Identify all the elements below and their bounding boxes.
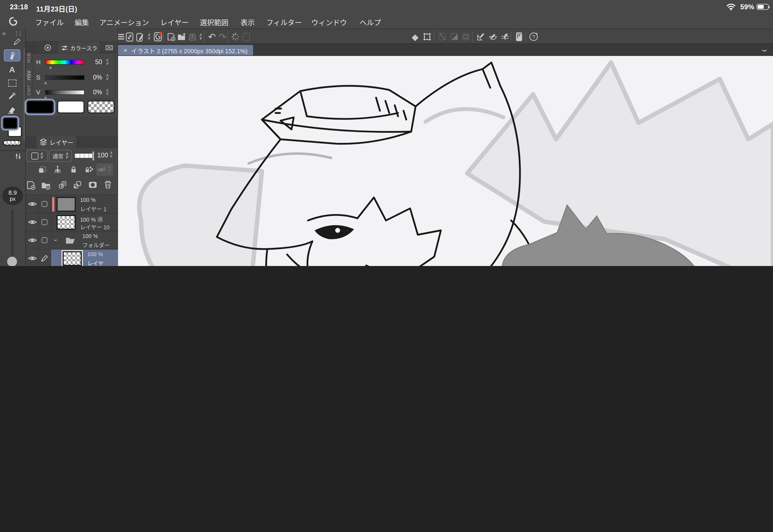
- layer-thumbnail-selector[interactable]: ∧∨: [26, 150, 48, 162]
- tool-eraser[interactable]: [4, 104, 20, 116]
- tab-layer[interactable]: レイヤー: [37, 136, 76, 148]
- value-stepper[interactable]: ∧∨: [105, 89, 109, 95]
- menu-file[interactable]: ファイル: [35, 17, 64, 27]
- new-folder-icon[interactable]: [41, 180, 50, 190]
- toolbar-divider: [227, 31, 228, 42]
- main-color-well[interactable]: [26, 100, 54, 114]
- rail-scrollbar[interactable]: [24, 48, 25, 142]
- snap-special-ruler-icon[interactable]: [487, 31, 498, 43]
- clip-studio-logo-icon[interactable]: [8, 16, 18, 26]
- enable-mask-well[interactable]: ✕ ∧∨: [96, 163, 113, 176]
- convert-selection-icon[interactable]: [436, 31, 447, 43]
- mode-tab-rgb[interactable]: RGB: [26, 53, 32, 64]
- transparent-color-swatch[interactable]: [3, 140, 21, 146]
- menu-help[interactable]: ヘルプ: [360, 17, 381, 27]
- hue-slider-marker[interactable]: ∧: [49, 65, 52, 70]
- layer-row[interactable]: 100 % 通 レイヤー 10: [26, 213, 118, 231]
- snap-grid-icon[interactable]: [499, 31, 510, 43]
- hue-slider-row: H ∧ 50 ∧∨: [33, 56, 116, 69]
- tool-brush[interactable]: [4, 49, 20, 61]
- collapse-panels-icon[interactable]: «: [2, 30, 6, 37]
- collapse-folder-icon[interactable]: ›: [53, 239, 59, 241]
- menu-filter[interactable]: フィルター: [266, 17, 302, 27]
- combine-to-layer-below-icon[interactable]: [58, 180, 67, 189]
- gradient-icon[interactable]: ◆: [410, 31, 421, 43]
- menu-view[interactable]: 表示: [241, 17, 255, 27]
- menu-window[interactable]: ウィンドウ: [311, 17, 347, 27]
- reference-layer-icon[interactable]: [53, 165, 62, 174]
- help-icon[interactable]: ?: [527, 31, 540, 43]
- edge-keyboard-icon[interactable]: [513, 31, 524, 43]
- tab-list-chevron-icon[interactable]: ⌄: [760, 45, 769, 53]
- menu-selection[interactable]: 選択範囲: [200, 17, 229, 27]
- blend-mode-selector[interactable]: 通常∧∨: [49, 150, 72, 162]
- tab-color-wheel[interactable]: [37, 42, 58, 54]
- eye-icon[interactable]: [27, 200, 37, 208]
- layer-thumbnail[interactable]: [63, 251, 82, 266]
- tool-eyedropper[interactable]: [4, 90, 20, 102]
- layer-thumbnail[interactable]: [56, 215, 76, 230]
- layer-mask-icon[interactable]: [88, 180, 97, 189]
- deselect-icon[interactable]: [241, 31, 252, 43]
- tab-color-slider[interactable]: カラースラ: [58, 42, 100, 54]
- menu-layer[interactable]: レイヤー: [160, 17, 188, 27]
- tool-text[interactable]: A: [4, 63, 20, 75]
- new-layer-icon[interactable]: [26, 180, 36, 190]
- snap-ruler-icon[interactable]: [475, 31, 486, 43]
- layer-opacity-stepper[interactable]: ∧∨: [109, 151, 112, 158]
- open-file-icon[interactable]: [176, 31, 187, 43]
- tab-timeline[interactable]: [100, 42, 117, 54]
- transform-icon[interactable]: [422, 31, 433, 43]
- save-expand-icon[interactable]: ∧∨: [197, 31, 204, 43]
- mode-tab-cmy[interactable]: CMY: [26, 86, 32, 95]
- stylus-settings-icon[interactable]: [135, 31, 146, 43]
- main-color-swatch[interactable]: [3, 117, 18, 129]
- menu-edit[interactable]: 編集: [75, 17, 89, 27]
- checkbox-icon[interactable]: [41, 218, 48, 226]
- frame-selection-icon[interactable]: [460, 31, 471, 43]
- brush-size-slider-handle[interactable]: [7, 257, 17, 266]
- undo-icon[interactable]: ↶: [207, 31, 218, 43]
- checkbox-icon[interactable]: [41, 236, 48, 244]
- checkbox-icon[interactable]: [41, 200, 48, 208]
- layer-color-tag[interactable]: [52, 197, 54, 212]
- close-tab-icon[interactable]: ×: [123, 46, 127, 54]
- delete-layer-icon[interactable]: [103, 180, 112, 189]
- fill-selection-icon[interactable]: [448, 31, 459, 43]
- layer-row[interactable]: 100 % レイヤー 1: [26, 195, 118, 213]
- document-tab[interactable]: × イラスト 2 (2755 x 2000px 350dpi 152.1%): [118, 45, 253, 55]
- layer-opacity-slider[interactable]: [74, 153, 95, 159]
- value-slider-marker[interactable]: ∧: [44, 95, 47, 100]
- value-slider-track[interactable]: [45, 90, 84, 95]
- save-icon[interactable]: [187, 31, 198, 43]
- lock-transparent-pixels-icon[interactable]: [84, 165, 93, 174]
- new-canvas-icon[interactable]: [166, 31, 177, 43]
- saturation-slider-marker[interactable]: ∧: [44, 81, 47, 86]
- saturation-stepper[interactable]: ∧∨: [105, 74, 109, 81]
- layer-row-selected[interactable]: 100 % レイヤ: [26, 250, 118, 266]
- sub-color-well[interactable]: [57, 100, 84, 114]
- eye-icon[interactable]: [27, 236, 37, 245]
- layer-name: フォルダー: [82, 241, 110, 249]
- layer-folder-row[interactable]: › 100 % フォルダー: [26, 231, 118, 250]
- rail-drag-handle[interactable]: [16, 31, 20, 36]
- canvas-viewport[interactable]: DEKA MOFU CHAN DO NOT REPOST, USE, REPRO…: [118, 56, 773, 266]
- transfer-to-layer-below-icon[interactable]: [73, 180, 82, 189]
- toolbar-expand-icon[interactable]: ∧∨: [145, 31, 152, 43]
- eye-icon[interactable]: [27, 254, 37, 263]
- eye-icon[interactable]: [27, 218, 37, 227]
- transparent-color-well[interactable]: [87, 100, 115, 114]
- mode-tab-hsv[interactable]: HSV: [26, 68, 32, 82]
- layer-thumbnail[interactable]: [56, 197, 76, 212]
- clip-studio-notification-icon[interactable]: [152, 31, 163, 43]
- tool-marquee[interactable]: [4, 77, 20, 89]
- lock-layer-icon[interactable]: [69, 165, 78, 174]
- redo-icon[interactable]: ↷: [217, 31, 228, 43]
- menu-animation[interactable]: アニメーション: [99, 17, 149, 27]
- hue-stepper[interactable]: ∧∨: [105, 59, 109, 65]
- fit-view-icon[interactable]: [124, 31, 135, 43]
- brush-size-slider-track[interactable]: [12, 210, 13, 258]
- clip-to-layer-below-icon[interactable]: [38, 165, 47, 174]
- saturation-slider-track[interactable]: [45, 75, 84, 80]
- hue-slider-track[interactable]: [45, 60, 84, 65]
